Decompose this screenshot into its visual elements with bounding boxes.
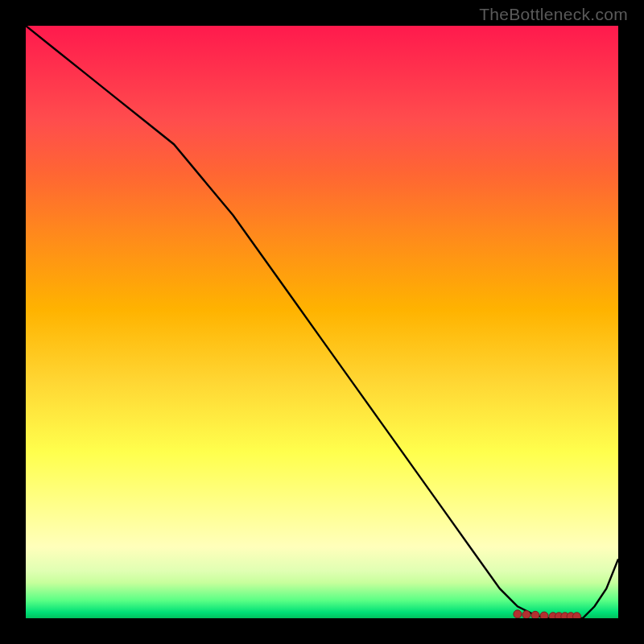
optimal-marker	[540, 612, 548, 618]
optimal-marker	[572, 613, 580, 618]
optimal-marker	[531, 611, 539, 618]
chart-container: TheBottleneck.com	[0, 0, 644, 644]
optimal-marker	[514, 610, 522, 618]
curve-line	[26, 26, 618, 618]
optimal-markers	[514, 610, 581, 618]
watermark-text: TheBottleneck.com	[479, 5, 628, 24]
bottleneck-curve	[26, 26, 618, 618]
optimal-marker	[522, 611, 530, 618]
